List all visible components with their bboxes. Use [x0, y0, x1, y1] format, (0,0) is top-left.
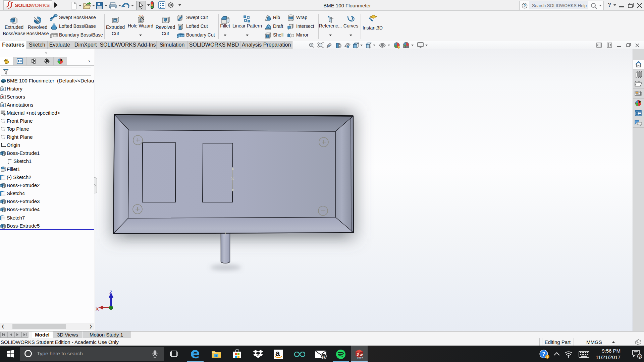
svg-text:WORKS: WORKS [30, 2, 50, 8]
svg-text:?: ? [542, 351, 545, 357]
svg-text:2017: 2017 [357, 357, 363, 359]
svg-text:S: S [357, 353, 359, 356]
svg-text:5: 5 [639, 355, 641, 358]
svg-text:?: ? [523, 4, 526, 8]
svg-text:Z: Z [109, 290, 112, 295]
svg-text:A: A [1, 104, 3, 107]
svg-text:A: A [346, 45, 349, 49]
svg-text:51: 51 [322, 355, 326, 358]
svg-text:X: X [96, 306, 99, 312]
svg-text:SOLID: SOLID [15, 2, 31, 8]
svg-text:i: i [547, 355, 548, 359]
